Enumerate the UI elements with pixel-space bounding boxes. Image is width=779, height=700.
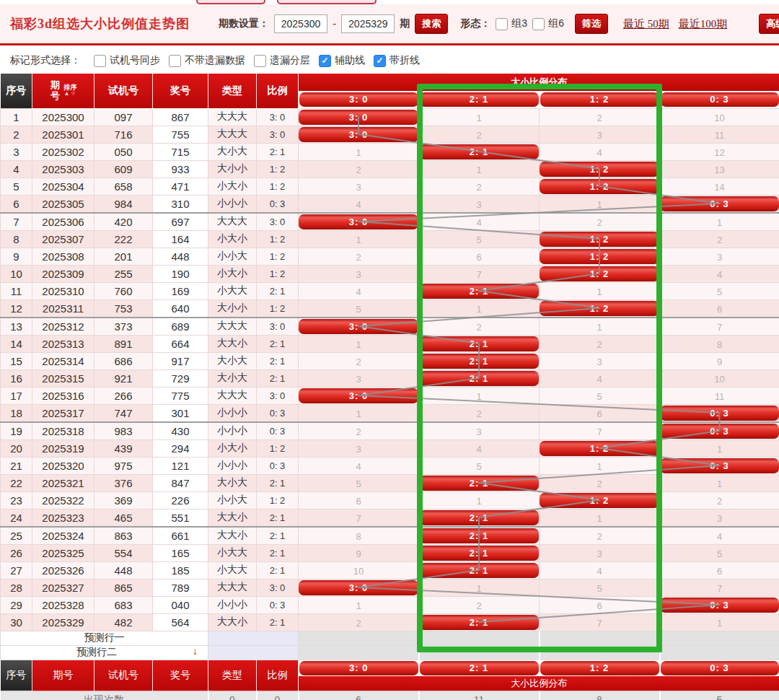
- trend-cell: 7: [419, 265, 540, 282]
- miss-count: 6: [717, 566, 722, 577]
- checkbox-miss-layer[interactable]: 遗漏分层: [254, 54, 310, 67]
- page-title: 福彩3d组选大小比例值走势图: [10, 15, 190, 32]
- table-row: 82025307222164小大小1: 2151: 22: [1, 230, 779, 248]
- ratio-cell: 1: 2: [257, 299, 299, 318]
- search-button[interactable]: 搜索: [415, 14, 448, 34]
- test-number-cell: 482: [94, 613, 153, 631]
- period-cell: 2025318: [32, 422, 94, 440]
- sort-asc-icon[interactable]: ▲: [64, 90, 71, 97]
- trend-cell: 0: 3: [660, 404, 779, 422]
- table-row: 142025313891664大大小2: 112: 128: [1, 335, 779, 352]
- test-number-cell: 921: [94, 369, 153, 387]
- checkbox-label: 不带遗漏数据: [185, 54, 245, 67]
- row-index: 22: [1, 474, 32, 491]
- miss-count: 6: [356, 496, 361, 507]
- type-cell: 小大小: [208, 178, 257, 195]
- checkbox-label: 辅助线: [335, 54, 365, 67]
- test-number-cell: 369: [94, 491, 153, 509]
- miss-count: 2: [476, 600, 481, 611]
- period-cell: 2025304: [32, 178, 94, 195]
- miss-count: 1: [597, 322, 602, 333]
- miss-count: 6: [597, 600, 602, 611]
- ratio-cell: 0: 3: [257, 195, 299, 213]
- prediction-row-1: 预测行一: [1, 631, 779, 645]
- trend-cell: 2: [540, 213, 660, 231]
- advanced-filter-button[interactable]: 高级筛选: [759, 14, 779, 34]
- hit-pill: 0: 3: [660, 424, 779, 439]
- test-number-cell: 984: [94, 195, 153, 213]
- hit-pill: 1: 2: [540, 162, 659, 177]
- miss-count: 4: [717, 531, 722, 542]
- type-cell: 小大小: [208, 230, 257, 248]
- trend-cell: 5: [540, 387, 660, 404]
- count-2-1: 11: [419, 691, 540, 700]
- period-cell: 2025329: [32, 613, 94, 631]
- trend-cell: 0: 3: [660, 596, 779, 613]
- row-index: 8: [1, 230, 32, 248]
- sort-desc-icon[interactable]: ▼: [71, 90, 77, 97]
- ratio-col-header-2-1: 2: 1: [419, 91, 540, 108]
- recent-100-link[interactable]: 最近100期: [679, 17, 728, 31]
- trend-cell: 1: [419, 579, 540, 596]
- miss-count: 2: [356, 618, 361, 629]
- checkbox-polyline[interactable]: 带折线: [374, 54, 420, 67]
- checkbox-icon[interactable]: [374, 55, 386, 67]
- ratio-cell: 1: 2: [257, 265, 299, 282]
- checkbox-icon[interactable]: [496, 18, 508, 30]
- miss-count: 1: [356, 235, 361, 245]
- table-row: 32025302050715大小大2: 112: 1412: [1, 143, 779, 160]
- miss-count: 3: [597, 130, 602, 141]
- prize-number-cell: 933: [153, 160, 208, 178]
- checkbox-aux-line[interactable]: 辅助线: [319, 54, 365, 67]
- prediction-trend-cell: [299, 645, 419, 660]
- col-header-test: 试机号: [94, 74, 153, 108]
- ratio-cell: 3: 0: [257, 387, 299, 404]
- hit-pill: 3: 0: [299, 214, 418, 229]
- trend-cell: 1: 2: [540, 491, 660, 509]
- miss-count: 4: [597, 374, 602, 385]
- footer-ratio-header-0-3: 0: 3: [660, 660, 779, 676]
- miss-count: 3: [717, 252, 722, 263]
- miss-count: 3: [597, 548, 602, 559]
- miss-count: 2: [597, 478, 602, 489]
- trend-cell: 3: 0: [299, 318, 419, 336]
- period-from-input[interactable]: [274, 14, 327, 33]
- table-row: 92025308201448小小大1: 2261: 23: [1, 248, 779, 265]
- period-cell: 2025303: [32, 160, 94, 178]
- miss-count: 1: [597, 461, 602, 472]
- row-index: 5: [1, 178, 32, 195]
- trend-cell: 5: [419, 457, 540, 474]
- row-index: 24: [1, 509, 32, 527]
- checkbox-no-miss-data[interactable]: 不带遗漏数据: [169, 54, 245, 67]
- miss-count: 1: [717, 478, 722, 489]
- ratio-cell: 2: 1: [257, 352, 299, 369]
- checkbox-icon[interactable]: [94, 55, 106, 67]
- checkbox-icon[interactable]: [254, 55, 266, 67]
- period-to-input[interactable]: [341, 14, 395, 33]
- prediction-input-cell[interactable]: [208, 631, 299, 645]
- table-row: 212025320975121小小小0: 34510: 3: [1, 457, 779, 474]
- filter-button[interactable]: 筛选: [575, 14, 608, 34]
- period-cell: 2025308: [32, 248, 94, 265]
- arrow-down-icon[interactable]: ↓: [193, 646, 198, 657]
- checkbox-icon[interactable]: [319, 55, 331, 67]
- trend-cell: 6: [540, 404, 660, 422]
- miss-count: 2: [476, 182, 481, 193]
- checkbox-group6[interactable]: 组6: [532, 17, 564, 30]
- trend-cell: 3: [540, 126, 660, 143]
- checkbox-testno-sync[interactable]: 试机号同步: [94, 54, 160, 67]
- prediction-trend-cell: [299, 631, 419, 645]
- row-index: 6: [1, 195, 32, 213]
- trend-cell: 1: 2: [540, 160, 660, 178]
- ratio-cell: 2: 1: [257, 282, 299, 299]
- recent-50-link[interactable]: 最近 50期: [623, 17, 669, 31]
- prize-number-cell: 448: [153, 248, 208, 265]
- sort-control[interactable]: 排序 ▲▼: [64, 84, 77, 97]
- checkbox-icon[interactable]: [169, 55, 181, 67]
- trend-cell: 0: 3: [660, 195, 779, 213]
- checkbox-icon[interactable]: [532, 18, 545, 30]
- hit-pill: 0: 3: [660, 458, 779, 473]
- ratio-cell: 3: 0: [257, 108, 299, 126]
- checkbox-group3[interactable]: 组3: [496, 17, 527, 30]
- prediction-input-cell[interactable]: [208, 645, 299, 660]
